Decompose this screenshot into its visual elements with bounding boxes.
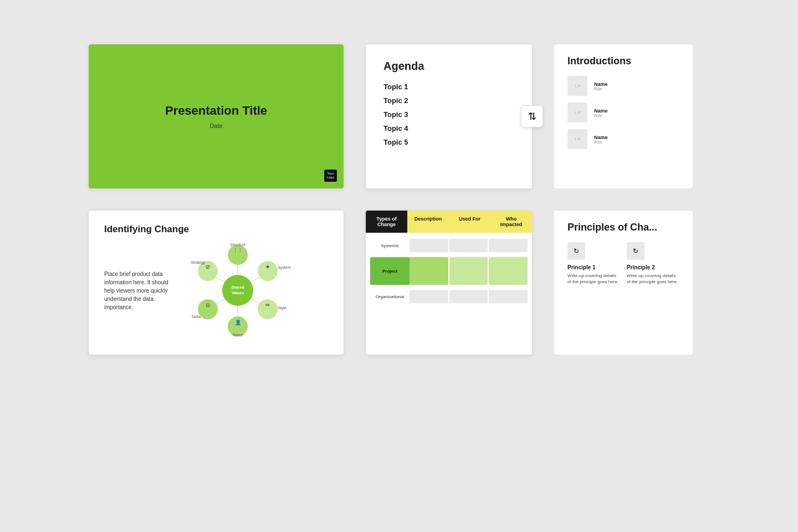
header-types: Types of Change — [366, 211, 407, 233]
logo-placeholder: Your Logo — [324, 170, 337, 182]
principle-1-icon: ↻ — [567, 242, 585, 260]
slide-agenda: Agenda Topic 1 Topic 2 Topic 3 Topic 4 T… — [366, 44, 532, 188]
organizational-row: Organizational — [370, 288, 528, 305]
svg-text:Name: Name — [233, 333, 243, 337]
agenda-title: Agenda — [383, 60, 514, 73]
project-label: Project — [370, 257, 410, 285]
systemic-row: Systemic — [370, 237, 528, 254]
intro-person-3: ↑↗ Name Role — [567, 129, 679, 149]
slide-types-of-change: Types of Change Description Used For Who… — [366, 211, 532, 355]
principle-1-name: Principle 1 — [567, 264, 620, 270]
presentation-title: Presentation Title — [165, 104, 267, 118]
header-who-impacted: Who Impacted — [490, 211, 532, 233]
principles-grid: ↻ Principle 1 Write-up covering details … — [567, 242, 679, 285]
svg-text:✦: ✦ — [265, 264, 270, 270]
project-row: Project — [370, 257, 528, 285]
svg-text:Values: Values — [232, 291, 244, 295]
header-description: Description — [407, 211, 449, 233]
intro-role-3: Role — [594, 140, 608, 144]
agenda-topic-4: Topic 4 — [383, 124, 514, 132]
identifying-change-body: Place brief product data information her… — [104, 270, 176, 311]
systemic-label: Systemic — [370, 241, 410, 250]
svg-text:Shared: Shared — [231, 285, 244, 289]
presentation-date: Date — [209, 122, 222, 129]
principle-2: ↻ Principle 2 Write-up covering details … — [627, 242, 679, 285]
principle-1: ↻ Principle 1 Write-up covering details … — [567, 242, 620, 285]
slide-presentation-title: Presentation Title Date Your Logo — [89, 44, 344, 188]
svg-point-6 — [222, 275, 253, 306]
intro-person-2: ↑↗ Name Role — [567, 103, 679, 122]
svg-text:⊙: ⊙ — [206, 302, 210, 308]
agenda-topic-2: Topic 2 — [383, 96, 514, 105]
swap-button[interactable]: ⇅ — [521, 105, 543, 127]
slide-principles-of-change: Principles of Cha... ↻ Principle 1 Write… — [554, 211, 693, 355]
avatar-2: ↑↗ — [567, 103, 587, 122]
avatar-3: ↑↗ — [567, 129, 587, 149]
intro-role-1: Role — [594, 87, 608, 91]
agenda-topic-1: Topic 1 — [383, 83, 514, 91]
svg-text:Systems: Systems — [278, 265, 290, 270]
agenda-topic-5: Topic 5 — [383, 138, 514, 146]
intro-person-1: ↑↗ Name Role — [567, 76, 679, 96]
principle-2-icon: ↻ — [627, 242, 644, 260]
principle-2-name: Principle 2 — [627, 264, 679, 270]
intro-role-2: Role — [594, 114, 608, 117]
slide-introductions: Introductions ↑↗ Name Role ↑↗ Name Role — [554, 44, 693, 188]
svg-text:Skills: Skills — [192, 315, 201, 319]
avatar-1: ↑↗ — [567, 76, 587, 96]
intro-name-2: Name — [594, 108, 608, 114]
identifying-change-title: Identifying Change — [104, 224, 328, 235]
types-body: Systemic Project — [366, 233, 532, 309]
svg-text:Style: Style — [278, 306, 287, 310]
principles-title: Principles of Cha... — [567, 222, 679, 233]
organizational-label: Organizational — [370, 292, 410, 301]
svg-text:Structure: Structure — [230, 243, 246, 247]
introductions-title: Introductions — [567, 55, 679, 67]
wheel-svg: Shared Values ⋮⋮ Structure ✦ Systems — [185, 241, 290, 340]
svg-text:⋮⋮: ⋮⋮ — [233, 248, 243, 253]
svg-text:✏: ✏ — [265, 302, 270, 308]
agenda-topic-3: Topic 3 — [383, 110, 514, 119]
svg-text:Strategy: Strategy — [191, 260, 206, 265]
principle-2-desc: Write-up covering details of the princip… — [627, 273, 679, 285]
svg-text:⊘: ⊘ — [206, 264, 210, 270]
svg-text:👤: 👤 — [235, 319, 242, 326]
types-header: Types of Change Description Used For Who… — [366, 211, 532, 233]
intro-name-3: Name — [594, 135, 608, 140]
intro-name-1: Name — [594, 81, 608, 87]
wheel-diagram: Shared Values ⋮⋮ Structure ✦ Systems — [185, 241, 290, 340]
principle-1-desc: Write-up covering details of the princip… — [567, 273, 620, 285]
slide-identifying-change: Identifying Change Place brief product d… — [89, 211, 344, 355]
header-used-for: Used For — [449, 211, 490, 233]
